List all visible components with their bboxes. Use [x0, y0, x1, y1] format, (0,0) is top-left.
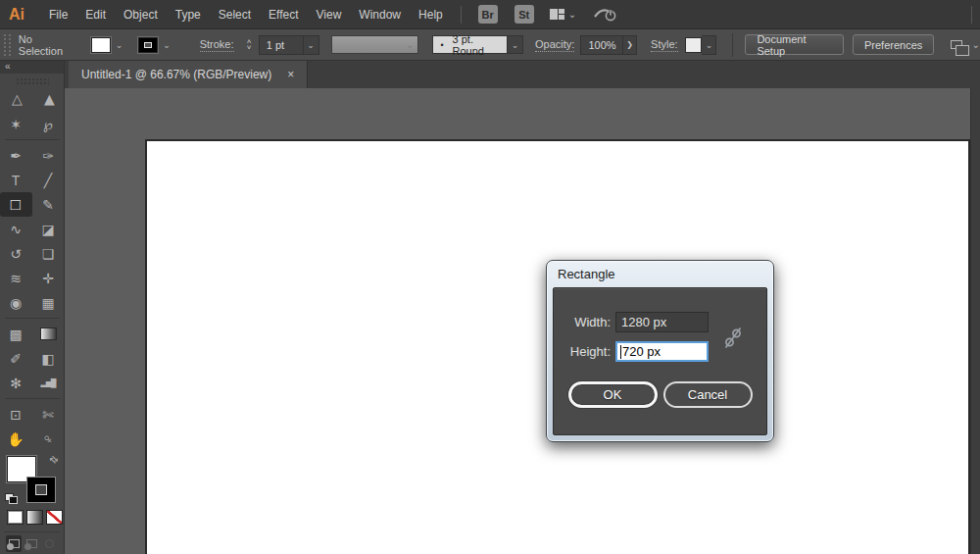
cc-sync-icon[interactable] — [594, 6, 617, 23]
eyedropper-tool[interactable]: ✐ — [0, 346, 32, 371]
menu-item-type[interactable]: Type — [167, 8, 210, 22]
paintbrush-tool[interactable]: ✎ — [32, 192, 65, 217]
perspective-grid-tool[interactable]: ▦ — [32, 290, 65, 315]
gradient-tool[interactable] — [32, 322, 65, 346]
direct-selection-tool[interactable]: ▶ — [32, 87, 65, 112]
chevron-down-icon[interactable]: ⌄ — [972, 40, 980, 50]
swap-fill-stroke-icon[interactable]: ⇄ — [47, 453, 61, 467]
cancel-button[interactable]: Cancel — [663, 381, 753, 408]
draw-inside-button[interactable] — [42, 535, 58, 552]
panel-dock-strip — [970, 88, 980, 554]
chevron-down-icon[interactable]: ⌄ — [116, 40, 123, 50]
menu-item-effect[interactable]: Effect — [260, 8, 307, 22]
chevron-down-icon[interactable]: ⌄ — [702, 35, 716, 55]
workspace-switcher-icon[interactable] — [550, 9, 564, 20]
line-segment-tool[interactable]: ╱ — [32, 168, 65, 192]
rotate-tool[interactable]: ↺ — [0, 241, 32, 266]
shaper-tool[interactable]: ∿ — [0, 217, 32, 241]
none-button[interactable] — [46, 510, 63, 525]
default-fill-stroke-icon[interactable] — [5, 493, 18, 504]
stroke-label[interactable]: Stroke: — [200, 38, 234, 52]
fill-color-swatch[interactable] — [91, 37, 111, 53]
menu-item-file[interactable]: File — [40, 8, 76, 22]
canvas-area — [65, 88, 970, 554]
shape-builder-icon: ◉ — [10, 296, 22, 310]
menu-item-help[interactable]: Help — [410, 8, 452, 22]
panel-grip — [4, 34, 11, 56]
draw-behind-button[interactable] — [24, 535, 39, 552]
menu-item-select[interactable]: Select — [210, 8, 260, 22]
lasso-tool[interactable]: ℘ — [32, 112, 65, 136]
stroke-weight-stepper[interactable]: ˄ ˅ — [244, 39, 255, 51]
pen-tool[interactable]: ✒ — [0, 143, 32, 168]
document-tab-title: Untitled-1 @ 66.67% (RGB/Preview) — [81, 68, 271, 81]
drawing-mode-buttons — [4, 531, 60, 552]
shaper-icon: ∿ — [10, 223, 22, 236]
rectangle-tool[interactable]: □ — [0, 192, 32, 217]
direct-selection-icon: ▶ — [41, 94, 55, 105]
document-tab[interactable]: Untitled-1 @ 66.67% (RGB/Preview) × — [69, 61, 308, 88]
width-icon: ≋ — [10, 272, 22, 285]
menu-item-object[interactable]: Object — [115, 8, 167, 22]
collapse-panel-icon[interactable]: « — [0, 61, 64, 74]
chevron-down-icon[interactable]: ⌄ — [163, 40, 171, 50]
panel-grip[interactable] — [16, 77, 49, 85]
gradient-button[interactable] — [26, 510, 43, 525]
variable-width-profile-dropdown[interactable]: ⌄ — [331, 35, 419, 54]
width-label: Width: — [565, 315, 611, 329]
curvature-icon: ✑ — [42, 149, 54, 163]
type-tool[interactable]: T — [0, 168, 32, 192]
stroke-proxy-swatch[interactable] — [26, 477, 56, 503]
opacity-field[interactable]: 100% — [580, 35, 623, 55]
symbol-sprayer-tool[interactable]: ✻ — [0, 371, 32, 395]
preferences-button[interactable]: Preferences — [853, 34, 934, 55]
blend-tool[interactable]: ◧ — [32, 346, 65, 371]
mesh-tool[interactable]: ▩ — [0, 322, 32, 346]
eraser-tool[interactable]: ◪ — [32, 217, 65, 241]
scale-tool[interactable]: ❏ — [32, 241, 65, 266]
ok-button[interactable]: OK — [568, 381, 658, 408]
artboard-tool[interactable]: ⊡ — [0, 402, 32, 427]
artboard-icon: ⊡ — [10, 408, 22, 422]
graphic-style-swatch[interactable] — [685, 37, 703, 53]
dialog-title-bar[interactable]: Rectangle — [547, 261, 773, 287]
slice-tool[interactable]: ✄ — [32, 402, 65, 427]
puppet-warp-tool[interactable]: ✛ — [32, 266, 65, 290]
bridge-button[interactable]: Br — [478, 5, 498, 24]
spinner-down-icon[interactable]: ˅ — [247, 45, 252, 51]
hand-tool[interactable]: ✋ — [0, 427, 32, 451]
chevron-down-icon[interactable]: ⌄ — [568, 10, 576, 20]
document-setup-button[interactable]: Document Setup — [745, 34, 844, 55]
column-graph-tool[interactable]: ▂▅█ — [32, 371, 65, 395]
chevron-down-icon[interactable]: ⌄ — [508, 35, 523, 54]
brush-definition-field[interactable]: • 3 pt. Round — [432, 35, 508, 54]
shape-builder-tool[interactable]: ◉ — [0, 290, 32, 315]
tab-close-icon[interactable]: × — [287, 68, 294, 81]
style-label[interactable]: Style: — [651, 38, 678, 52]
stroke-color-swatch[interactable] — [138, 37, 158, 53]
magic-wand-tool[interactable]: ✶ — [0, 112, 32, 136]
fill-stroke-controls: ⇄ — [0, 453, 64, 506]
height-value: 720 px — [622, 344, 661, 359]
color-button[interactable] — [7, 510, 24, 525]
document-tab-bar: Untitled-1 @ 66.67% (RGB/Preview) × — [65, 61, 980, 88]
menu-item-window[interactable]: Window — [350, 8, 410, 22]
width-tool[interactable]: ≋ — [0, 266, 32, 290]
type-icon: T — [12, 174, 21, 187]
stock-button[interactable]: St — [514, 5, 534, 24]
curvature-tool[interactable]: ✑ — [32, 143, 65, 168]
chevron-down-icon[interactable]: ⌄ — [303, 36, 318, 54]
constrain-proportions-unlinked-icon[interactable] — [723, 326, 743, 350]
opacity-label[interactable]: Opacity: — [535, 38, 574, 52]
draw-normal-button[interactable] — [6, 535, 22, 552]
width-field[interactable]: 1280 px — [615, 312, 709, 332]
menu-item-edit[interactable]: Edit — [76, 8, 115, 22]
rotate-icon: ↺ — [10, 247, 22, 261]
zoom-tool[interactable]: ♀ — [32, 427, 65, 451]
stroke-weight-field[interactable]: 1 pt ⌄ — [259, 35, 319, 55]
arrange-documents-icon[interactable] — [951, 40, 961, 49]
opacity-panel-arrow[interactable]: ❯ — [623, 35, 637, 55]
height-field[interactable]: 720 px — [615, 341, 709, 362]
menu-item-view[interactable]: View — [308, 8, 351, 22]
selection-tool[interactable]: ▷ — [0, 87, 32, 112]
